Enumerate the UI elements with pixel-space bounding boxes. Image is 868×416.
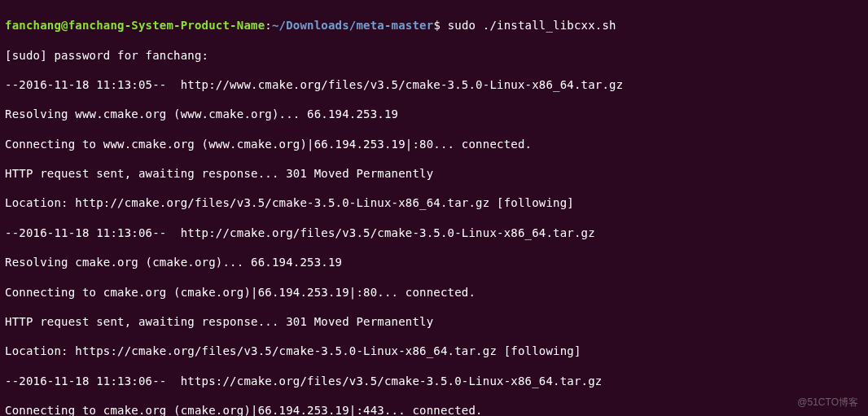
output-line: Location: http://cmake.org/files/v3.5/cm…: [5, 195, 863, 210]
command-text: sudo ./install_libcxx.sh: [448, 19, 616, 32]
output-line: [sudo] password for fanchang:: [5, 48, 863, 63]
prompt-user-host: fanchang@fanchang-System-Product-Name: [5, 19, 265, 32]
output-line: Location: https://cmake.org/files/v3.5/c…: [5, 344, 863, 358]
output-line: --2016-11-18 11:13:06-- http://cmake.org…: [5, 226, 863, 240]
output-line: Connecting to cmake.org (cmake.org)|66.1…: [5, 285, 863, 300]
terminal-output[interactable]: fanchang@fanchang-System-Product-Name:~/…: [5, 3, 863, 416]
output-line: HTTP request sent, awaiting response... …: [5, 166, 863, 181]
prompt-sep: :: [265, 19, 272, 32]
output-line: HTTP request sent, awaiting response... …: [5, 314, 863, 329]
output-line: Resolving www.cmake.org (www.cmake.org).…: [5, 107, 863, 121]
output-line: --2016-11-18 11:13:05-- http://www.cmake…: [5, 77, 863, 92]
prompt-dollar: $: [433, 19, 441, 32]
prompt-path: ~/Downloads/meta-master: [272, 19, 433, 32]
watermark-text: @51CTO博客: [797, 396, 858, 409]
prompt-line: fanchang@fanchang-System-Product-Name:~/…: [5, 18, 863, 33]
output-line: --2016-11-18 11:13:06-- https://cmake.or…: [5, 374, 863, 388]
output-line: Resolving cmake.org (cmake.org)... 66.19…: [5, 255, 863, 269]
output-line: Connecting to cmake.org (cmake.org)|66.1…: [5, 403, 863, 416]
output-line: Connecting to www.cmake.org (www.cmake.o…: [5, 137, 863, 151]
